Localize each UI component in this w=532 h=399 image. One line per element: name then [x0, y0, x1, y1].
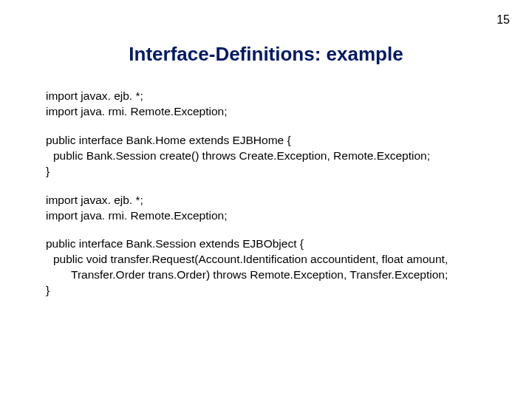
code-line: import javax. ejb. *; — [46, 89, 502, 104]
code-block: import javax. ejb. *; import java. rmi. … — [46, 89, 502, 299]
blank-line — [46, 180, 502, 193]
code-line: Transfer.Order trans.Order) throws Remot… — [46, 267, 502, 283]
code-line: import java. rmi. Remote.Exception; — [46, 208, 502, 224]
slide-title: Interface-Definitions: example — [0, 43, 532, 66]
blank-line — [46, 223, 502, 236]
code-line: public Bank.Session create() throws Crea… — [46, 149, 502, 164]
blank-line — [46, 120, 502, 133]
code-line: import javax. ejb. *; — [46, 193, 502, 208]
code-line: public void transfer.Request(Account.Ide… — [46, 252, 502, 267]
slide: 15 Interface-Definitions: example import… — [0, 0, 532, 399]
page-number: 15 — [497, 13, 510, 27]
code-line: } — [46, 164, 502, 180]
code-line: public interface Bank.Session extends EJ… — [46, 236, 502, 252]
code-line: } — [46, 283, 502, 299]
code-line: public interface Bank.Home extends EJBHo… — [46, 133, 502, 149]
code-line: import java. rmi. Remote.Exception; — [46, 104, 502, 120]
